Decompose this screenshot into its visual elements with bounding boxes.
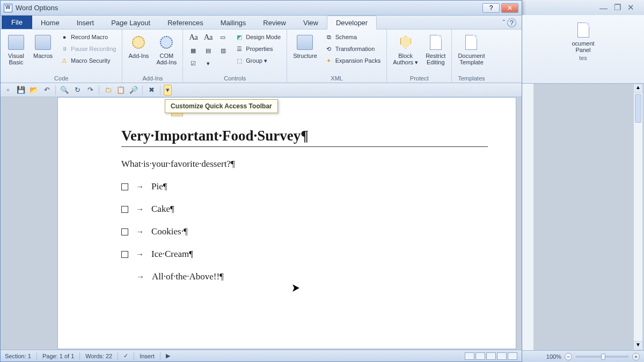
ribbon-group-protect: Block Authors ▾ Restrict Editing Protect	[387, 29, 452, 83]
combo-control-button[interactable]: ▦	[186, 45, 200, 56]
qat-delete-icon[interactable]: ✖	[146, 85, 157, 95]
scroll-thumb[interactable]	[635, 94, 641, 123]
ribbon-group-xml: Structure ⧉ Schema ⟲ Transformation ✦ Ex…	[287, 29, 387, 83]
group-label-addins: Add-Ins	[126, 74, 179, 82]
tab-file[interactable]: File	[2, 16, 32, 29]
document-title[interactable]: Very·Important·Food·Survey¶	[121, 128, 488, 147]
dropdown-control-button[interactable]: ▤	[201, 45, 215, 56]
qat-refresh-icon[interactable]: ↻	[72, 85, 83, 95]
properties-button[interactable]: ☰ Properties	[232, 43, 283, 54]
status-insert-mode[interactable]: Insert	[140, 353, 155, 359]
macros-button[interactable]: Macros	[31, 32, 55, 60]
document-template-button[interactable]: Document Template	[455, 32, 487, 66]
ribbon-minimize-icon[interactable]: ˆ ?	[497, 17, 522, 29]
expansion-packs-button[interactable]: ✦ Expansion Packs	[322, 55, 383, 66]
qat-open-icon[interactable]: 📂	[28, 85, 39, 95]
status-macro-icon[interactable]: ▶	[166, 352, 170, 359]
visual-basic-button[interactable]: Visual Basic	[4, 32, 28, 66]
vertical-ruler	[522, 84, 534, 350]
picture-control-button[interactable]: ▭	[216, 32, 230, 43]
macro-security-button[interactable]: ⚠ Macro Security	[57, 55, 119, 66]
outer-restore-icon[interactable]: ❐	[614, 3, 621, 12]
design-mode-button[interactable]: ◩ Design Mode	[232, 32, 283, 42]
mouse-cursor-icon: ➤	[291, 281, 299, 295]
tab-page-layout[interactable]: Page Layout	[103, 16, 159, 29]
status-words[interactable]: Words: 22	[85, 353, 112, 359]
tab-review[interactable]: Review	[254, 16, 295, 29]
tab-view[interactable]: View	[295, 16, 327, 29]
qat-clipboard-icon[interactable]: 📋	[115, 85, 126, 95]
view-fullscreen-button[interactable]	[475, 352, 485, 360]
document-question[interactable]: What·is·your·favorite·dessert?¶	[121, 159, 488, 169]
close-button[interactable]: ✕	[501, 3, 518, 13]
zoom-percent[interactable]: 100%	[546, 353, 561, 360]
zoom-out-button[interactable]: −	[565, 353, 572, 360]
document-panel-button[interactable]: ocument Panel	[524, 19, 642, 54]
outer-minimize-icon[interactable]: —	[599, 3, 608, 12]
survey-item[interactable]: → Ice·Cream¶	[121, 249, 488, 260]
group-button[interactable]: ⬚ Group ▾	[232, 55, 283, 66]
qat-save-icon[interactable]: 💾	[16, 85, 26, 95]
zoom-slider[interactable]	[575, 356, 629, 358]
addins-button[interactable]: Add-Ins	[126, 32, 151, 60]
properties-icon: ☰	[235, 45, 244, 53]
schema-icon: ⧉	[325, 33, 333, 41]
tab-references[interactable]: References	[159, 16, 211, 29]
outer-status-bar: 100% − +	[522, 350, 644, 362]
scroll-up-icon[interactable]: ▲	[634, 84, 642, 93]
tab-home[interactable]: Home	[32, 16, 68, 29]
survey-item[interactable]: → Pie¶	[121, 181, 488, 192]
com-addins-button[interactable]: COM Add-Ins	[153, 32, 179, 66]
tab-insert[interactable]: Insert	[68, 16, 103, 29]
view-draft-button[interactable]	[508, 352, 517, 360]
checkbox-icon[interactable]	[121, 206, 128, 213]
status-proofing-icon[interactable]: ✓	[123, 352, 128, 359]
document-area[interactable]: Very·Important·Food·Survey¶ What·is·your…	[1, 97, 522, 350]
qat-folder-icon[interactable]: 🗀	[103, 85, 113, 95]
scroll-down-icon[interactable]: ▼	[634, 341, 642, 350]
status-bar: Section: 1 Page: 1 of 1 Words: 22 ✓ Inse…	[1, 350, 522, 361]
survey-item[interactable]: → Cookies·¶	[121, 226, 488, 237]
qat-preview-icon[interactable]: 🔍	[59, 85, 70, 95]
pause-recording-button: ⏸ Pause Recording	[57, 43, 119, 54]
date-control-button[interactable]: ▥	[216, 45, 230, 56]
tab-developer[interactable]: Developer	[327, 16, 377, 29]
tab-mailings[interactable]: Mailings	[212, 16, 255, 29]
qat-new-icon[interactable]: ▫	[3, 85, 13, 95]
restrict-editing-button[interactable]: Restrict Editing	[423, 32, 448, 66]
block-authors-button[interactable]: Block Authors ▾	[390, 32, 421, 66]
schema-button[interactable]: ⧉ Schema	[322, 32, 383, 42]
checkbox-icon[interactable]	[121, 183, 128, 190]
qat-customize-button[interactable]: ▾	[164, 85, 172, 95]
transformation-button[interactable]: ⟲ Transformation	[322, 43, 383, 54]
richtext-control-button[interactable]: Aa	[186, 32, 200, 43]
vertical-scrollbar[interactable]: ▲ ▼	[633, 84, 643, 350]
status-page[interactable]: Page: 1 of 1	[42, 353, 74, 359]
qat-undo-icon[interactable]: ↶	[41, 85, 52, 95]
structure-button[interactable]: Structure	[290, 32, 320, 60]
checkbox-icon[interactable]	[121, 228, 128, 235]
qat-find-icon[interactable]: 🔎	[128, 85, 139, 95]
help-button[interactable]: ?	[482, 3, 500, 13]
warning-icon: ⚠	[60, 56, 69, 65]
record-macro-button[interactable]: ● Record Macro	[57, 32, 119, 42]
checkbox-icon[interactable]	[121, 251, 128, 258]
view-outline-button[interactable]	[497, 352, 507, 360]
zoom-slider-thumb[interactable]	[601, 353, 605, 360]
view-print-layout-button[interactable]	[465, 352, 474, 360]
survey-item[interactable]: → All·of·the·Above!!¶	[136, 271, 488, 282]
expansion-icon: ✦	[325, 56, 333, 65]
outer-close-icon[interactable]: ✕	[627, 3, 634, 12]
survey-item[interactable]: → Cake¶	[121, 204, 488, 215]
checkbox-control-button[interactable]: ☑	[186, 58, 200, 69]
view-web-button[interactable]	[486, 352, 496, 360]
ribbon-group-addins: Add-Ins COM Add-Ins Add-Ins	[122, 29, 183, 83]
zoom-in-button[interactable]: +	[632, 353, 640, 360]
qat-redo-icon[interactable]: ↷	[85, 85, 96, 95]
picture-icon: ▭	[218, 33, 227, 42]
plaintext-control-button[interactable]: Aa	[201, 32, 215, 43]
legacy-tools-button[interactable]: ▾	[201, 58, 215, 69]
document-page[interactable]: Very·Important·Food·Survey¶ What·is·your…	[57, 97, 516, 349]
group-label-xml: XML	[290, 74, 383, 82]
status-section[interactable]: Section: 1	[5, 353, 31, 359]
